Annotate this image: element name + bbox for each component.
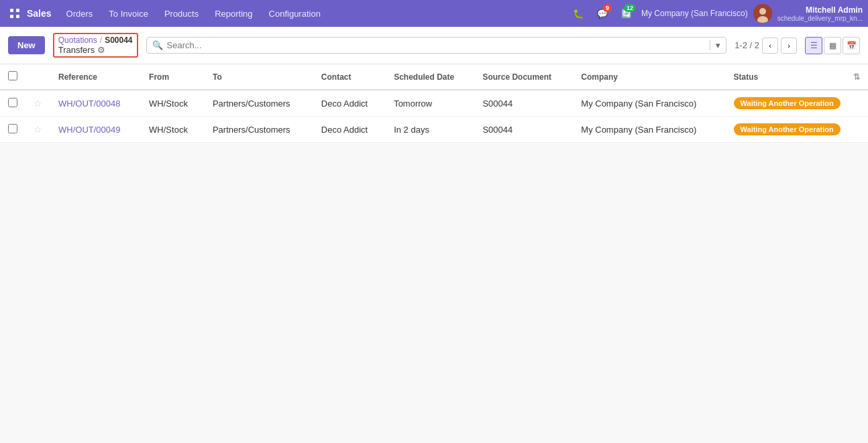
view-buttons: ☰ ▦ 📅 [805, 37, 860, 54]
svg-rect-3 [16, 15, 19, 18]
svg-rect-2 [10, 15, 13, 18]
row-company: My Company (San Francisco) [573, 117, 725, 143]
th-reference[interactable]: Reference [50, 64, 141, 90]
top-navigation: Sales Orders To Invoice Products Reporti… [0, 0, 868, 27]
status-badge: Waiting Another Operation [734, 123, 840, 135]
row-checkbox[interactable] [8, 124, 17, 133]
toolbar: New Quotations / S00044 Transfers ⚙ 🔍 ▾ … [0, 27, 868, 64]
row-contact: Deco Addict [313, 117, 386, 143]
chat-badge: 9 [603, 4, 612, 12]
row-from: WH/Stock [141, 90, 205, 117]
status-badge: Waiting Another Operation [734, 97, 840, 109]
bug-icon-btn[interactable]: 🐛 [569, 4, 588, 23]
search-dropdown-button[interactable]: ▾ [710, 40, 720, 50]
th-favorite [25, 64, 50, 90]
table-body: ☆ WH/OUT/00048 WH/Stock Partners/Custome… [0, 90, 868, 143]
table-row: ☆ WH/OUT/00049 WH/Stock Partners/Custome… [0, 117, 868, 143]
th-from-label: From [149, 72, 169, 82]
svg-rect-1 [16, 9, 19, 12]
grid-menu-icon[interactable] [5, 4, 24, 23]
row-status: Waiting Another Operation [726, 90, 868, 117]
pagination-next-button[interactable]: › [781, 38, 797, 54]
search-icon: 🔍 [152, 40, 163, 50]
th-contact-label: Contact [321, 72, 351, 82]
new-button[interactable]: New [8, 36, 45, 54]
row-checkbox[interactable] [8, 98, 17, 107]
settings-gear-button[interactable]: ⚙ [97, 45, 105, 55]
table-container: Reference From To Contact Scheduled Date… [0, 64, 868, 143]
app-name[interactable]: Sales [27, 8, 52, 19]
svg-point-5 [759, 8, 766, 15]
row-to: Partners/Customers [205, 90, 313, 117]
nav-configuration[interactable]: Configuration [262, 6, 327, 21]
pagination-range: 1-2 / 2 [735, 40, 759, 50]
th-scheduled-date-label: Scheduled Date [394, 72, 454, 82]
user-subtitle: schedule_delivery_mrp_kn... [777, 15, 863, 22]
th-to-label: To [213, 72, 222, 82]
table-header-row: Reference From To Contact Scheduled Date… [0, 64, 868, 90]
select-all-checkbox[interactable] [8, 71, 17, 80]
row-company: My Company (San Francisco) [573, 90, 725, 117]
th-company[interactable]: Company [573, 64, 725, 90]
bug-icon: 🐛 [573, 9, 584, 19]
row-to: Partners/Customers [205, 117, 313, 143]
list-view-button[interactable]: ☰ [805, 37, 822, 54]
th-source-document[interactable]: Source Document [474, 64, 573, 90]
nav-reporting[interactable]: Reporting [208, 6, 259, 21]
status-filter-icon[interactable]: ⇅ [853, 72, 860, 82]
username: Mitchell Admin [806, 5, 863, 15]
th-from[interactable]: From [141, 64, 205, 90]
breadcrumb-parent-link[interactable]: Quotations [58, 36, 97, 45]
row-scheduled-date: In 2 days [386, 117, 474, 143]
row-scheduled-date: Tomorrow [386, 90, 474, 117]
breadcrumb-child: S00044 [105, 36, 132, 45]
user-avatar[interactable] [753, 4, 772, 23]
breadcrumb-current-page: Transfers [58, 45, 95, 55]
row-from: WH/Stock [141, 117, 205, 143]
kanban-view-button[interactable]: ▦ [824, 37, 841, 54]
th-reference-label: Reference [58, 72, 97, 82]
nav-orders[interactable]: Orders [60, 6, 100, 21]
table-row: ☆ WH/OUT/00048 WH/Stock Partners/Custome… [0, 90, 868, 117]
calendar-view-button[interactable]: 📅 [843, 37, 860, 54]
nav-products[interactable]: Products [158, 6, 205, 21]
favorite-button[interactable]: ☆ [34, 98, 42, 109]
row-source-document: S00044 [474, 90, 573, 117]
reference-link[interactable]: WH/OUT/00049 [58, 125, 120, 135]
pagination: 1-2 / 2 ‹ › [735, 38, 797, 54]
row-favorite-cell[interactable]: ☆ [25, 90, 50, 117]
transfers-table: Reference From To Contact Scheduled Date… [0, 64, 868, 143]
row-contact: Deco Addict [313, 90, 386, 117]
th-to[interactable]: To [205, 64, 313, 90]
refresh-badge: 12 [624, 4, 636, 12]
topnav-right-section: 🐛 💬 9 🔄 12 My Company (San Francisco) Mi… [569, 4, 863, 23]
company-name[interactable]: My Company (San Francisco) [641, 9, 748, 18]
th-company-label: Company [581, 72, 618, 82]
refresh-icon-btn[interactable]: 🔄 12 [617, 4, 636, 23]
th-contact[interactable]: Contact [313, 64, 386, 90]
th-scheduled-date[interactable]: Scheduled Date [386, 64, 474, 90]
user-info[interactable]: Mitchell Admin schedule_delivery_mrp_kn.… [777, 5, 863, 22]
pagination-prev-button[interactable]: ‹ [762, 38, 778, 54]
row-favorite-cell[interactable]: ☆ [25, 117, 50, 143]
row-status: Waiting Another Operation [726, 117, 868, 143]
th-select-all[interactable] [0, 64, 25, 90]
th-status-label: Status [734, 72, 759, 82]
favorite-button[interactable]: ☆ [34, 124, 42, 135]
breadcrumb-separator: / [100, 36, 102, 45]
row-checkbox-cell[interactable] [0, 117, 25, 143]
search-input[interactable] [167, 40, 710, 50]
svg-rect-0 [10, 9, 13, 12]
th-status[interactable]: Status ⇅ [726, 64, 868, 90]
breadcrumb: Quotations / S00044 Transfers ⚙ [53, 33, 138, 58]
th-source-document-label: Source Document [482, 72, 551, 82]
nav-to-invoice[interactable]: To Invoice [102, 6, 155, 21]
chat-icon-btn[interactable]: 💬 9 [593, 4, 612, 23]
row-checkbox-cell[interactable] [0, 90, 25, 117]
row-source-document: S00044 [474, 117, 573, 143]
row-reference[interactable]: WH/OUT/00048 [50, 90, 141, 117]
reference-link[interactable]: WH/OUT/00048 [58, 99, 120, 109]
row-reference[interactable]: WH/OUT/00049 [50, 117, 141, 143]
search-bar: 🔍 ▾ [146, 37, 727, 54]
